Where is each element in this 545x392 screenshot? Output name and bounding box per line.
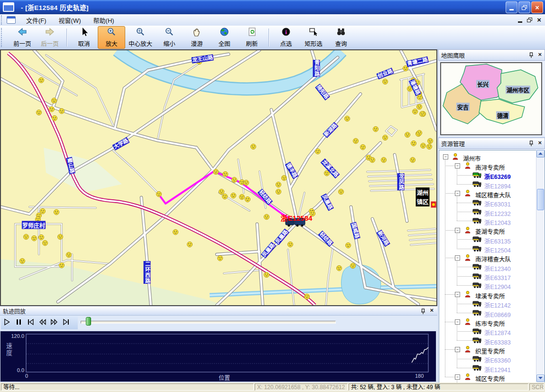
smiley-marker[interactable]: [39, 78, 44, 83]
smiley-marker[interactable]: [337, 266, 342, 271]
smiley-marker[interactable]: [288, 242, 293, 247]
smiley-marker[interactable]: [360, 145, 366, 150]
toolbar-button-binoculars[interactable]: 查询: [327, 26, 355, 49]
smiley-marker[interactable]: [43, 241, 48, 246]
smiley-marker[interactable]: [411, 141, 416, 146]
smiley-marker[interactable]: [173, 230, 178, 235]
smiley-marker[interactable]: [410, 158, 416, 163]
playback-skip-end-button[interactable]: [60, 317, 72, 328]
pin-icon[interactable]: [529, 52, 534, 60]
tree-vehicle[interactable]: 浙E63360: [439, 355, 534, 364]
tree-collapse-box[interactable]: −: [455, 347, 460, 352]
tree-vehicle[interactable]: 浙E12894: [439, 180, 534, 189]
tree-vehicle[interactable]: 浙E63269: [439, 171, 534, 180]
smiley-marker[interactable]: [413, 109, 418, 114]
close-icon[interactable]: ×: [538, 139, 542, 146]
tree-collapse-box[interactable]: −: [455, 163, 460, 168]
pin-icon[interactable]: [529, 140, 534, 149]
smiley-marker[interactable]: [373, 127, 379, 132]
smiley-marker[interactable]: [244, 180, 249, 186]
smiley-marker[interactable]: [40, 209, 46, 214]
tree-vehicle[interactable]: 浙E12504: [439, 244, 534, 253]
smiley-marker[interactable]: [24, 234, 29, 240]
smiley-marker[interactable]: [346, 243, 351, 248]
tree-group[interactable]: −练市专卖所: [439, 317, 534, 327]
tree-vehicle[interactable]: 浙E63135: [439, 235, 534, 244]
smiley-marker[interactable]: [20, 259, 25, 264]
scroll-down-icon[interactable]: [536, 374, 545, 382]
smiley-marker[interactable]: [428, 139, 433, 144]
smiley-marker[interactable]: [417, 131, 422, 136]
smiley-marker[interactable]: [264, 272, 269, 278]
restore-button[interactable]: [518, 1, 530, 13]
tree-collapse-box[interactable]: −: [455, 191, 460, 196]
menubar-grip[interactable]: [1, 15, 5, 24]
smiley-marker[interactable]: [39, 235, 44, 240]
playback-skip-start-button[interactable]: [25, 317, 37, 328]
tree-group[interactable]: −埭溪专卖所: [439, 290, 534, 299]
smiley-marker[interactable]: [231, 193, 236, 198]
smiley-marker[interactable]: [223, 172, 228, 177]
tree-vehicle[interactable]: 浙E63317: [439, 272, 534, 281]
tree-collapse-box[interactable]: −: [455, 228, 460, 233]
tree-vehicle[interactable]: 浙E08669: [439, 308, 534, 317]
smiley-marker[interactable]: [276, 182, 281, 187]
smiley-marker[interactable]: [187, 242, 193, 247]
tree-vehicle[interactable]: 浙E12142: [439, 299, 534, 308]
tree-collapse-box[interactable]: −: [455, 374, 460, 380]
smiley-marker[interactable]: [52, 116, 57, 121]
tree-group[interactable]: −南浔专卖所: [439, 161, 534, 170]
tree-vehicle[interactable]: 浙E12941: [439, 364, 534, 373]
tree-scrollbar[interactable]: [536, 150, 545, 382]
smiley-marker[interactable]: [339, 189, 344, 195]
smiley-marker[interactable]: [420, 112, 425, 117]
smiley-marker[interactable]: [417, 95, 423, 100]
toolbar-button-rect-select[interactable]: 矩形选: [300, 26, 327, 49]
tree-collapse-box[interactable]: −: [455, 292, 460, 297]
menu-file[interactable]: 文件(F): [24, 15, 48, 26]
tree-vehicle[interactable]: 浙E63031: [439, 198, 534, 207]
tree-group[interactable]: −菱湖专卖所: [439, 226, 534, 235]
tree-group[interactable]: −织里专卖所: [439, 345, 534, 354]
mdi-restore-icon[interactable]: [527, 18, 532, 22]
playback-fast-forward-button[interactable]: [48, 317, 60, 328]
tree-root[interactable]: −湖州市: [439, 152, 534, 161]
smiley-marker[interactable]: [282, 176, 287, 181]
smiley-marker[interactable]: [245, 197, 250, 202]
tree-collapse-box[interactable]: −: [455, 319, 460, 325]
smiley-marker[interactable]: [32, 236, 37, 241]
smiley-marker[interactable]: [351, 263, 356, 269]
playback-slider-track[interactable]: [81, 321, 336, 324]
tree-group[interactable]: −城区专卖所: [439, 373, 534, 382]
toolbar-button-zoom-in[interactable]: 放大: [98, 26, 125, 49]
playback-pause-button[interactable]: [13, 317, 25, 328]
smiley-marker[interactable]: [305, 294, 310, 299]
pin-icon[interactable]: [421, 308, 426, 317]
smiley-marker[interactable]: [345, 116, 350, 121]
close-button[interactable]: ×: [531, 1, 543, 13]
playback-slider-thumb[interactable]: [86, 317, 91, 326]
tree-vehicle[interactable]: 浙E12232: [439, 207, 534, 216]
toolbar-button-back[interactable]: 前一页: [9, 26, 36, 49]
tree-group[interactable]: −城区稽查大队: [439, 189, 534, 198]
smiley-marker[interactable]: [218, 256, 223, 261]
minimize-button[interactable]: [506, 1, 517, 13]
toolbar-grip[interactable]: [1, 28, 5, 47]
smiley-marker[interactable]: [315, 149, 321, 154]
smiley-marker[interactable]: [59, 109, 65, 114]
tree-vehicle[interactable]: 浙E63383: [439, 336, 534, 345]
smiley-marker[interactable]: [54, 210, 59, 215]
smiley-marker[interactable]: [222, 194, 228, 199]
tree-vehicle[interactable]: 浙E12874: [439, 327, 534, 336]
smiley-marker[interactable]: [251, 144, 256, 149]
playback-play-button[interactable]: [1, 317, 13, 328]
tree-vehicle[interactable]: 浙E12904: [439, 281, 534, 290]
smiley-marker[interactable]: [264, 215, 269, 220]
smiley-marker[interactable]: [58, 234, 63, 240]
toolbar-button-info-select[interactable]: i点选: [272, 26, 300, 49]
toolbar-button-pan-hand[interactable]: 漫游: [183, 26, 211, 49]
smiley-marker[interactable]: [381, 158, 387, 163]
toolbar-button-zoom-out[interactable]: 缩小: [156, 26, 183, 49]
map-canvas[interactable]: [1, 50, 436, 305]
smiley-marker[interactable]: [59, 263, 65, 268]
